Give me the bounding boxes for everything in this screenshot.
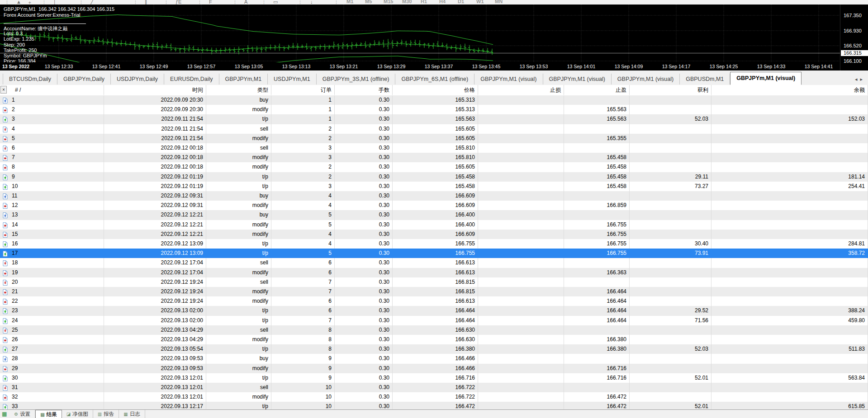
table-row-6[interactable]: 62022.09.12 00:18sell30.30165.810 (0, 143, 868, 153)
table-row-10[interactable]: 102022.09.12 01:19t/p30.30165.458165.458… (0, 182, 868, 191)
cell-order: 3 (271, 153, 335, 162)
table-row-16[interactable]: 162022.09.12 13:09t/p40.30166.755166.755… (0, 239, 868, 249)
cell-time: 2022.09.12 17:04 (104, 268, 206, 277)
chart-tab-gbpjpym-m1-visual[interactable]: GBPJPYm,M1 (visual) (474, 74, 543, 85)
chart-tab-gbpjpym-3s-m1-offline[interactable]: GBPJPYm_3S,M1 (offline) (317, 74, 396, 85)
table-row-28[interactable]: 282022.09.13 09:53buy90.30166.466 (0, 354, 868, 363)
cell-sl (478, 230, 564, 239)
header-cell-7[interactable]: 止盈 (564, 85, 630, 95)
table-row-13[interactable]: 132022.09.12 12:21buy50.30166.400 (0, 210, 868, 220)
time-axis[interactable]: 13 Sep 202213 Sep 12:3313 Sep 12:4113 Se… (0, 62, 840, 70)
cell-tp: 165.563 (564, 105, 630, 114)
period-button-m30[interactable]: M30 (402, 0, 412, 4)
header-cell-2[interactable]: 类型 (206, 85, 271, 95)
table-row-17[interactable]: 172022.09.12 13:09t/p50.30166.755166.755… (0, 249, 868, 258)
cell-time: 2022.09.13 02:00 (104, 316, 206, 325)
table-row-18[interactable]: 182022.09.12 17:04sell60.30166.613 (0, 258, 868, 268)
table-row-2[interactable]: 22022.09.09 20:30modify10.30165.313165.5… (0, 105, 868, 114)
table-row-30[interactable]: 302022.09.13 12:01t/p90.30166.716166.716… (0, 373, 868, 383)
header-cell-4[interactable]: 手数 (335, 85, 393, 95)
table-row-27[interactable]: 272022.09.13 05:54t/p80.30166.380166.380… (0, 344, 868, 354)
tab-scroll-left-icon[interactable]: ◂ (855, 76, 860, 82)
table-row-1[interactable]: 12022.09.09 20:30buy10.30165.313 (0, 95, 868, 105)
table-row-31[interactable]: 312022.09.13 12:01sell100.30166.722 (0, 383, 868, 392)
cell-price: 166.400 (393, 210, 478, 220)
period-button-mn[interactable]: MN (495, 0, 503, 4)
table-row-20[interactable]: 202022.09.12 19:24sell70.30166.815 (0, 277, 868, 287)
cell-number (0, 364, 104, 373)
table-row-26[interactable]: 262022.09.13 04:29modify80.30166.630166.… (0, 335, 868, 344)
tester-tab-graph[interactable]: ◪净值图 (62, 410, 93, 418)
cell-lots: 0.30 (335, 182, 393, 191)
tester-tab-settings[interactable]: ⚙设置 (9, 410, 35, 418)
chart-canvas[interactable] (0, 5, 840, 62)
cell-price: 166.755 (393, 239, 478, 249)
table-row-22[interactable]: 222022.09.12 19:24modify60.30166.613166.… (0, 296, 868, 306)
price-axis[interactable]: 167.350166.930166.520166.100166.315 (840, 5, 868, 70)
table-row-15[interactable]: 152022.09.12 12:21modify40.30166.609166.… (0, 230, 868, 239)
chart-tab-gbpusdm-m1[interactable]: GBPUSDm,M1 (680, 74, 730, 85)
header-cell-9[interactable]: 余额 (711, 85, 868, 95)
table-row-7[interactable]: 72022.09.12 00:18modify30.30165.810165.4… (0, 153, 868, 162)
chart-tab-usdjpym-daily[interactable]: USDJPYm,Daily (111, 74, 164, 85)
header-cell-1[interactable]: 时间 (104, 85, 206, 95)
table-row-11[interactable]: 112022.09.12 09:31buy40.30166.609 (0, 191, 868, 201)
table-row-21[interactable]: 212022.09.12 19:24modify70.30166.815166.… (0, 287, 868, 296)
table-row-19[interactable]: 192022.09.12 17:04modify60.30166.613166.… (0, 268, 868, 277)
cell-sl (478, 249, 564, 258)
period-button-d1[interactable]: D1 (458, 0, 464, 4)
cell-price: 166.716 (393, 373, 478, 383)
fibonacci-icon[interactable]: ƒE (175, 0, 181, 5)
period-button-m5[interactable]: M5 (365, 0, 372, 4)
table-row-9[interactable]: 92022.09.12 01:19t/p20.30165.458165.4582… (0, 172, 868, 182)
chart-tab-gbpjpym-m1[interactable]: GBPJPYm,M1 (219, 74, 268, 85)
chart-tab-btcusdm-daily[interactable]: BTCUSDm,Daily (3, 74, 57, 85)
toolbar-separator: ┆ (80, 0, 83, 5)
table-row-3[interactable]: 32022.09.11 21:54t/p10.30165.563165.5635… (0, 114, 868, 124)
header-cell-6[interactable]: 止损 (478, 85, 564, 95)
cell-balance: 459.80 (711, 316, 868, 325)
table-row-32[interactable]: 322022.09.13 12:01modify100.30166.722166… (0, 392, 868, 402)
header-cell-3[interactable]: 订单 (271, 85, 335, 95)
cell-order: 10 (271, 392, 335, 402)
chart-tab-gbpjpym-m1-visual[interactable]: GBPJPYm,M1 (visual) (612, 74, 680, 85)
period-button-w1[interactable]: W1 (476, 0, 484, 4)
text-icon[interactable]: F (209, 0, 212, 5)
chart-tab-usdjpym-m1[interactable]: USDJPYm,M1 (268, 74, 317, 85)
table-row-24[interactable]: 242022.09.13 02:00t/p70.30166.464166.464… (0, 316, 868, 325)
cell-tp: 166.472 (564, 392, 630, 402)
label-icon[interactable]: A (244, 0, 247, 5)
table-row-25[interactable]: 252022.09.13 04:29sell80.30166.630 (0, 325, 868, 335)
tester-tab-report[interactable]: ▥报告 (93, 410, 119, 418)
cell-type: modify (206, 296, 271, 306)
chart-tab-gbpjpym-6s-m1-offline[interactable]: GBPJPYm_6S,M1 (offline) (395, 74, 474, 85)
header-cell-8[interactable]: 获利 (630, 85, 711, 95)
toolbar-separator: ┆ (165, 0, 168, 5)
period-button-h4[interactable]: H4 (439, 0, 446, 4)
chart-tab-eurusdm-daily[interactable]: EURUSDm,Daily (164, 74, 219, 85)
arrow-icon[interactable]: ↓ (310, 0, 313, 5)
cell-tp: 166.464 (564, 287, 630, 296)
time-axis-label: 13 Sep 14:01 (567, 64, 595, 69)
table-row-23[interactable]: 232022.09.13 02:00t/p60.30166.464166.464… (0, 306, 868, 315)
cell-number (0, 344, 104, 354)
chart-tab-gbpjpym-m1-visual[interactable]: GBPJPYm,M1 (visual) (730, 72, 802, 85)
vertical-line-icon[interactable]: │ (53, 0, 57, 5)
chart-tab-gbpjpym-m1-visual[interactable]: GBPJPYm,M1 (visual) (543, 74, 612, 85)
cursor-icon[interactable]: ▲ (16, 0, 21, 5)
table-row-5[interactable]: 52022.09.11 21:54modify20.30165.605165.3… (0, 134, 868, 143)
chart-tab-gbpjpym-daily[interactable]: GBPJPYm,Daily (57, 74, 111, 85)
period-button-h1[interactable]: H1 (421, 0, 427, 4)
tester-tab-results[interactable]: ▤结果 (35, 410, 62, 418)
table-row-4[interactable]: 42022.09.11 21:54sell20.30165.605 (0, 124, 868, 134)
header-cell-5[interactable]: 价格 (393, 85, 478, 95)
tester-tab-journal[interactable]: ▦日志 (119, 410, 145, 418)
table-row-14[interactable]: 142022.09.12 12:21modify50.30166.400166.… (0, 220, 868, 230)
table-row-8[interactable]: 82022.09.12 00:18modify20.30165.605165.4… (0, 162, 868, 172)
table-row-29[interactable]: 292022.09.13 09:53modify90.30166.466166.… (0, 364, 868, 373)
tab-scroll-right-icon[interactable]: ▸ (860, 76, 865, 82)
period-button-m1[interactable]: M1 (346, 0, 353, 4)
cell-number (0, 220, 104, 230)
table-row-12[interactable]: 122022.09.12 09:31modify40.30166.609166.… (0, 201, 868, 210)
period-button-m15[interactable]: M15 (384, 0, 393, 4)
